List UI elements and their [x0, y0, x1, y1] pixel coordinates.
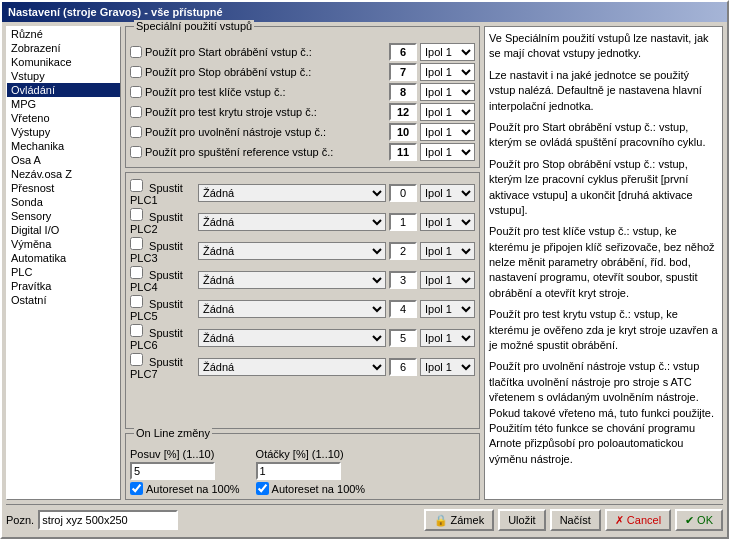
- sidebar-item-v-stupy[interactable]: Výstupy: [7, 125, 120, 139]
- main-content: RůznéZobrazeníKomunikaceVstupyOvládáníMP…: [6, 26, 723, 500]
- sidebar-item-plc[interactable]: PLC: [7, 265, 120, 279]
- plc-unit-6[interactable]: Ipol 1Ipol 2Ipol 3: [420, 358, 475, 376]
- zamek-button[interactable]: 🔒 Zámek: [424, 509, 495, 531]
- special-inputs-rows: Použít pro Start obrábění vstup č.: Ipol…: [130, 43, 475, 161]
- plc-check-1[interactable]: [130, 208, 143, 221]
- plc-label-4: Spustit PLC5: [130, 295, 195, 322]
- special-num-3[interactable]: [389, 103, 417, 121]
- special-unit-2[interactable]: Ipol 1Ipol 2Ipol 3: [420, 83, 475, 101]
- special-num-5[interactable]: [389, 143, 417, 161]
- sidebar-item-ostatn-[interactable]: Ostatní: [7, 293, 120, 307]
- posun-autoreset-label: Autoreset na 100%: [146, 483, 240, 495]
- plc-num-0[interactable]: [389, 184, 417, 202]
- right-panel: Ve Speciálním použití vstupů lze nastavi…: [484, 26, 723, 500]
- plc-unit-1[interactable]: Ipol 1Ipol 2Ipol 3: [420, 213, 475, 231]
- sidebar-item-automatika[interactable]: Automatika: [7, 251, 120, 265]
- special-num-1[interactable]: [389, 63, 417, 81]
- plc-action-2[interactable]: ŽádnáStartStopVýměna: [198, 242, 386, 260]
- special-unit-4[interactable]: Ipol 1Ipol 2Ipol 3: [420, 123, 475, 141]
- plc-action-6[interactable]: ŽádnáStartStopVýměna: [198, 358, 386, 376]
- plc-num-1[interactable]: [389, 213, 417, 231]
- special-check-5[interactable]: [130, 146, 142, 158]
- plc-action-1[interactable]: ŽádnáStartStopVýměna: [198, 213, 386, 231]
- nacist-button[interactable]: Načíst: [550, 509, 601, 531]
- plc-unit-5[interactable]: Ipol 1Ipol 2Ipol 3: [420, 329, 475, 347]
- plc-num-5[interactable]: [389, 329, 417, 347]
- special-unit-0[interactable]: Ipol 1Ipol 2Ipol 3: [420, 43, 475, 61]
- special-unit-3[interactable]: Ipol 1Ipol 2Ipol 3: [420, 103, 475, 121]
- plc-unit-2[interactable]: Ipol 1Ipol 2Ipol 3: [420, 242, 475, 260]
- plc-action-0[interactable]: ŽádnáStartStopVýměna: [198, 184, 386, 202]
- special-check-3[interactable]: [130, 106, 142, 118]
- cancel-button[interactable]: ✗ Cancel: [605, 509, 671, 531]
- special-unit-5[interactable]: Ipol 1Ipol 2Ipol 3: [420, 143, 475, 161]
- ok-button[interactable]: ✔ OK: [675, 509, 723, 531]
- plc-check-2[interactable]: [130, 237, 143, 250]
- sidebar-item-vstupy[interactable]: Vstupy: [7, 69, 120, 83]
- special-check-1[interactable]: [130, 66, 142, 78]
- plc-label-1: Spustit PLC2: [130, 208, 195, 235]
- plc-check-6[interactable]: [130, 353, 143, 366]
- plc-action-5[interactable]: ŽádnáStartStopVýměna: [198, 329, 386, 347]
- plc-unit-3[interactable]: Ipol 1Ipol 2Ipol 3: [420, 271, 475, 289]
- special-check-2[interactable]: [130, 86, 142, 98]
- special-num-2[interactable]: [389, 83, 417, 101]
- posun-input[interactable]: [130, 462, 215, 480]
- title-bar: Nastavení (stroje Gravos) - vše přístupn…: [2, 2, 727, 22]
- main-window: Nastavení (stroje Gravos) - vše přístupn…: [0, 0, 729, 539]
- special-num-4[interactable]: [389, 123, 417, 141]
- sidebar-item-p-esnost[interactable]: Přesnost: [7, 181, 120, 195]
- plc-scroll-area[interactable]: Spustit PLC1 ŽádnáStartStopVýměna Ipol 1…: [130, 179, 475, 424]
- special-num-0[interactable]: [389, 43, 417, 61]
- plc-unit-0[interactable]: Ipol 1Ipol 2Ipol 3: [420, 184, 475, 202]
- online-changes-group: On Line změny Posuv [%] (1..10) Autorese…: [125, 433, 480, 500]
- otacky-autoreset-check[interactable]: [256, 482, 269, 495]
- special-inputs-title: Speciální použití vstupů: [134, 20, 254, 32]
- special-input-row-0: Použít pro Start obrábění vstup č.: Ipol…: [130, 43, 475, 61]
- special-label-2: Použít pro test klíče vstup č.:: [145, 86, 286, 98]
- plc-action-4[interactable]: ŽádnáStartStopVýměna: [198, 300, 386, 318]
- posun-autoreset-check[interactable]: [130, 482, 143, 495]
- plc-num-3[interactable]: [389, 271, 417, 289]
- sidebar-item-v-m-na[interactable]: Výměna: [7, 237, 120, 251]
- otacky-autoreset: Autoreset na 100%: [256, 482, 366, 495]
- plc-action-3[interactable]: ŽádnáStartStopVýměna: [198, 271, 386, 289]
- sidebar-item-digital-i-o[interactable]: Digital I/O: [7, 223, 120, 237]
- plc-num-2[interactable]: [389, 242, 417, 260]
- special-check-0[interactable]: [130, 46, 142, 58]
- special-label-0: Použít pro Start obrábění vstup č.:: [145, 46, 312, 58]
- sidebar-item-v-eteno[interactable]: Vřeteno: [7, 111, 120, 125]
- plc-check-4[interactable]: [130, 295, 143, 308]
- special-label-4: Použít pro uvolnění nástroje vstup č.:: [145, 126, 326, 138]
- special-check-4[interactable]: [130, 126, 142, 138]
- sidebar-item-mpg[interactable]: MPG: [7, 97, 120, 111]
- plc-num-6[interactable]: [389, 358, 417, 376]
- plc-label-3: Spustit PLC4: [130, 266, 195, 293]
- plc-check-0[interactable]: [130, 179, 143, 192]
- special-unit-1[interactable]: Ipol 1Ipol 2Ipol 3: [420, 63, 475, 81]
- window-title: Nastavení (stroje Gravos) - vše přístupn…: [8, 6, 223, 18]
- online-row: Posuv [%] (1..10) Autoreset na 100% Otáč…: [130, 448, 475, 495]
- otacky-input[interactable]: [256, 462, 341, 480]
- pozn-input[interactable]: [38, 510, 178, 530]
- sidebar-item-komunikace[interactable]: Komunikace: [7, 55, 120, 69]
- plc-unit-4[interactable]: Ipol 1Ipol 2Ipol 3: [420, 300, 475, 318]
- sidebar-item-nez-v-osa-z[interactable]: Nezáv.osa Z: [7, 167, 120, 181]
- plc-label-2: Spustit PLC3: [130, 237, 195, 264]
- sidebar-item-r-zn-[interactable]: Různé: [7, 27, 120, 41]
- ulozit-button[interactable]: Uložit: [498, 509, 546, 531]
- sidebar-item-ovl-d-n-[interactable]: Ovládání: [7, 83, 120, 97]
- sidebar-item-zobrazen-[interactable]: Zobrazení: [7, 41, 120, 55]
- plc-num-4[interactable]: [389, 300, 417, 318]
- right-text-5: Použít pro test krytu vstup č.: vstup, k…: [489, 307, 718, 353]
- sidebar-item-sensory[interactable]: Sensory: [7, 209, 120, 223]
- sidebar-item-mechanika[interactable]: Mechanika: [7, 139, 120, 153]
- plc-check-5[interactable]: [130, 324, 143, 337]
- sidebar-item-osa-a[interactable]: Osa A: [7, 153, 120, 167]
- sidebar-item-sonda[interactable]: Sonda: [7, 195, 120, 209]
- sidebar-item-prav-tka[interactable]: Pravítka: [7, 279, 120, 293]
- right-text-4: Použít pro test klíče vstup č.: vstup, k…: [489, 224, 718, 301]
- special-label-1: Použít pro Stop obrábění vstup č.:: [145, 66, 311, 78]
- plc-check-3[interactable]: [130, 266, 143, 279]
- sidebar: RůznéZobrazeníKomunikaceVstupyOvládáníMP…: [6, 26, 121, 500]
